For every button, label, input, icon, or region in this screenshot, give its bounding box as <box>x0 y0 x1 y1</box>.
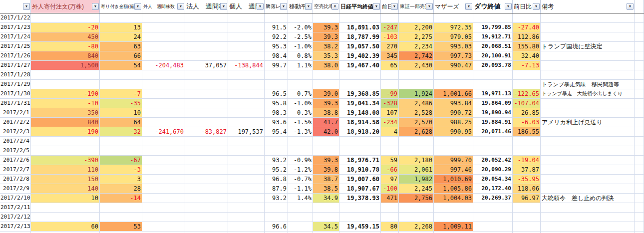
cell-kojin_week[interactable] <box>228 80 265 89</box>
cell-yoritsuki[interactable]: 64 <box>100 118 142 127</box>
cell-date[interactable]: 2017/2/7 <box>0 165 31 175</box>
cell-tosho[interactable]: 2,528 <box>399 108 434 118</box>
cell-toraku[interactable] <box>265 80 288 89</box>
cell-biko[interactable] <box>541 213 635 222</box>
cell-tosho[interactable] <box>399 13 434 23</box>
filter-dropdown-icon-mothers[interactable]: ▼ <box>465 3 472 10</box>
cell-yoritsuki[interactable] <box>100 137 142 146</box>
cell-toraku[interactable]: 93.2 <box>265 194 288 203</box>
cell-idou[interactable] <box>288 13 313 23</box>
cell-biko[interactable] <box>541 156 635 165</box>
cell-toraku[interactable]: 96.5 <box>265 89 288 99</box>
cell-hojin_week[interactable] <box>185 165 228 175</box>
column-header-dow_hi[interactable]: 前日比▼ <box>513 0 541 13</box>
cell-dow[interactable]: 20,172.40 <box>473 184 513 194</box>
cell-karauri[interactable]: 39.8 <box>313 165 339 175</box>
cell-hojin_week[interactable] <box>185 70 228 80</box>
cell-gaijin_week[interactable] <box>142 70 185 80</box>
cell-gaijin_week[interactable] <box>142 42 185 51</box>
cell-date[interactable]: 2017/2/11 <box>0 203 31 213</box>
cell-hojin_week[interactable] <box>185 42 228 51</box>
cell-gaijin[interactable]: 110 <box>31 165 100 175</box>
cell-dow_hi[interactable]: -122.65 <box>513 89 541 99</box>
cell-dow[interactable]: 20,269.37 <box>473 194 513 203</box>
cell-gaijin[interactable]: 840 <box>31 51 100 61</box>
cell-biko[interactable] <box>541 51 635 61</box>
cell-gaijin_week[interactable] <box>142 32 185 42</box>
cell-gaijin_week[interactable] <box>142 165 185 175</box>
cell-dow[interactable] <box>473 80 513 89</box>
cell-yoritsuki[interactable]: -35 <box>100 99 142 108</box>
cell-date[interactable]: 2017/2/10 <box>0 194 31 203</box>
cell-nikkei_hi[interactable] <box>381 70 399 80</box>
cell-idou[interactable]: 1.4% <box>288 194 313 203</box>
cell-biko[interactable] <box>541 23 635 32</box>
cell-mothers[interactable]: 1,009.11 <box>434 222 473 232</box>
cell-biko[interactable]: トランプ国境に壁決定 <box>541 42 635 51</box>
cell-biko[interactable] <box>541 203 635 213</box>
cell-toraku[interactable] <box>265 213 288 222</box>
cell-dow_hi[interactable]: -6.03 <box>513 118 541 127</box>
cell-gaijin_week[interactable] <box>142 146 185 156</box>
cell-idou[interactable]: -1.3% <box>288 127 313 137</box>
cell-idou[interactable]: -1.0% <box>288 42 313 51</box>
cell-dow[interactable]: 20,054.34 <box>473 175 513 184</box>
filter-dropdown-icon-yoritsuki[interactable]: ▼ <box>134 3 141 10</box>
cell-nikkei_hi[interactable] <box>381 80 399 89</box>
cell-idou[interactable] <box>288 137 313 146</box>
cell-kojin_week[interactable] <box>228 118 265 127</box>
cell-mothers[interactable]: 979.05 <box>434 32 473 42</box>
cell-spill[interactable] <box>635 222 644 232</box>
cell-nikkei[interactable]: 18,907.67 <box>339 184 381 194</box>
cell-yoritsuki[interactable] <box>100 13 142 23</box>
cell-kojin_week[interactable] <box>228 42 265 51</box>
cell-yoritsuki[interactable]: 53 <box>100 222 142 232</box>
cell-hojin_week[interactable] <box>185 184 228 194</box>
cell-nikkei[interactable] <box>339 146 381 156</box>
cell-dow[interactable]: 20,090.29 <box>473 165 513 175</box>
cell-dow_hi[interactable] <box>513 146 541 156</box>
column-header-gaijin[interactable]: 外人寄付注文(万株)▼ <box>31 0 100 13</box>
cell-spill[interactable] <box>635 89 644 99</box>
cell-tosho[interactable]: 2,275 <box>399 32 434 42</box>
cell-biko[interactable]: トランプ暴走気味 移民問題等 <box>541 80 635 89</box>
cell-dow_hi[interactable]: -7.13 <box>513 61 541 70</box>
cell-nikkei_hi[interactable]: -99 <box>381 89 399 99</box>
cell-date[interactable]: 2017/2/13 <box>0 222 31 232</box>
cell-spill[interactable] <box>635 13 644 23</box>
cell-gaijin_week[interactable] <box>142 13 185 23</box>
cell-yoritsuki[interactable]: -7 <box>100 89 142 99</box>
cell-tosho[interactable]: 2,570 <box>399 118 434 127</box>
cell-idou[interactable]: -0.3% <box>288 108 313 118</box>
cell-idou[interactable] <box>288 203 313 213</box>
cell-toraku[interactable] <box>265 70 288 80</box>
cell-biko[interactable] <box>541 99 635 108</box>
cell-gaijin_week[interactable] <box>142 137 185 146</box>
cell-biko[interactable] <box>541 137 635 146</box>
cell-date[interactable]: 2017/1/24 <box>0 32 31 42</box>
cell-mothers[interactable] <box>434 146 473 156</box>
cell-nikkei_hi[interactable]: -66 <box>381 165 399 175</box>
cell-hojin_week[interactable] <box>185 23 228 32</box>
cell-toraku[interactable] <box>265 137 288 146</box>
cell-spill[interactable] <box>635 51 644 61</box>
cell-spill[interactable] <box>635 99 644 108</box>
cell-dow[interactable]: 20,100.91 <box>473 51 513 61</box>
column-header-dow[interactable]: ダウ終値▼ <box>473 0 513 13</box>
cell-nikkei[interactable] <box>339 13 381 23</box>
cell-gaijin_week[interactable] <box>142 194 185 203</box>
cell-mothers[interactable]: 990.47 <box>434 61 473 70</box>
cell-nikkei_hi[interactable]: 471 <box>381 194 399 203</box>
filter-dropdown-icon-nikkei_hi[interactable]: ▼ <box>391 3 398 10</box>
cell-karauri[interactable]: 39.3 <box>313 99 339 108</box>
cell-toraku[interactable]: 96.8 <box>265 175 288 184</box>
cell-kojin_week[interactable] <box>228 194 265 203</box>
cell-gaijin_week[interactable] <box>142 99 185 108</box>
cell-kojin_week[interactable]: 197,537 <box>228 127 265 137</box>
cell-tosho[interactable] <box>399 70 434 80</box>
cell-yoritsuki[interactable] <box>100 213 142 222</box>
cell-dow[interactable]: 19,799.85 <box>473 23 513 32</box>
filter-dropdown-icon-karauri[interactable]: ▼ <box>331 3 338 10</box>
cell-idou[interactable]: -2.5% <box>288 32 313 42</box>
cell-dow_hi[interactable]: -19.04 <box>513 156 541 165</box>
